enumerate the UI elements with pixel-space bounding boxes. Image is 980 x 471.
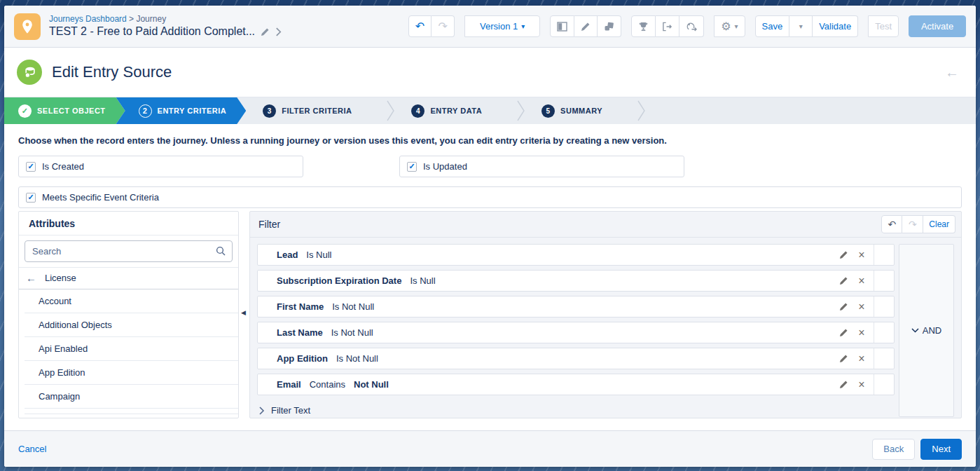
group-back-arrow-icon[interactable]: ← <box>26 272 36 284</box>
cancel-link[interactable]: Cancel <box>18 444 46 454</box>
attribute-item-api-enabled[interactable]: Api Enabled <box>25 337 238 361</box>
chevron-right-icon <box>258 407 265 415</box>
wizard-step-entry-criteria[interactable]: 2ENTRY CRITERIA <box>116 97 247 124</box>
chevron-down-icon <box>911 328 919 333</box>
remove-filter-close-icon[interactable]: × <box>853 374 871 395</box>
sync-exit-button[interactable] <box>679 15 704 37</box>
filter-undo-icon: ↶ <box>888 219 896 230</box>
version-dropdown[interactable]: Version 1 ▾ <box>464 15 540 37</box>
attribute-item-app-edition[interactable]: App Edition <box>25 361 238 385</box>
toggle-panel-button[interactable] <box>550 15 574 37</box>
wizard-step-filter-criteria[interactable]: 3FILTER CRITERIA <box>246 97 394 124</box>
edit-filter-pencil-icon[interactable] <box>834 322 853 343</box>
edit-title-pencil-icon[interactable] <box>261 27 270 36</box>
activate-button[interactable]: Activate <box>909 15 966 37</box>
filter-text-expander[interactable]: Filter Text <box>257 400 835 418</box>
filter-operator: Is Not Null <box>331 327 373 338</box>
copy-journey-button[interactable] <box>598 15 621 37</box>
back-button[interactable]: Back <box>872 439 915 460</box>
sync-exit-icon <box>686 22 697 32</box>
filter-field: Lead <box>277 250 298 260</box>
filter-field: App Edition <box>277 353 328 364</box>
edit-filter-pencil-icon[interactable] <box>834 296 853 317</box>
step-label: ENTRY CRITERIA <box>158 107 227 115</box>
is-updated-checkbox[interactable]: ✓ <box>407 162 417 172</box>
edit-filter-pencil-icon[interactable] <box>834 348 853 369</box>
criteria-builder: ◀ Attributes ← License AccountAdditional… <box>18 211 962 418</box>
wizard-step-summary[interactable]: 5SUMMARY <box>525 97 645 124</box>
settings-dropdown[interactable]: ⚙ ▾ <box>714 15 745 37</box>
edit-journey-button[interactable] <box>574 15 598 37</box>
search-input[interactable] <box>25 240 233 262</box>
step-label: FILTER CRITERIA <box>282 107 352 115</box>
undo-button[interactable]: ↶ <box>408 15 432 37</box>
attributes-title: Attributes <box>19 212 238 235</box>
validate-button[interactable]: Validate <box>813 15 858 37</box>
remove-filter-close-icon[interactable]: × <box>853 348 871 369</box>
remove-filter-close-icon[interactable]: × <box>853 322 871 343</box>
filter-operator: Is Null <box>410 275 435 286</box>
next-button[interactable]: Next <box>920 439 962 460</box>
edit-filter-pencil-icon[interactable] <box>834 374 853 395</box>
is-created-checkbox[interactable]: ✓ <box>26 162 36 172</box>
collapse-panel-handle[interactable]: ◀ <box>241 309 246 316</box>
filter-row-first-name: First NameIs Not Null× <box>257 296 895 318</box>
version-caret-icon: ▾ <box>521 23 525 30</box>
row-drag-area[interactable] <box>874 348 894 369</box>
filter-field: Subscription Expiration Date <box>277 275 401 286</box>
trophy-icon <box>638 22 649 32</box>
filter-row-actions: × <box>834 271 894 291</box>
meets-criteria-checkbox[interactable]: ✓ <box>26 193 36 203</box>
step-number: 3 <box>263 104 276 118</box>
filter-operator: Contains <box>310 379 345 390</box>
save-button[interactable]: Save <box>755 15 790 37</box>
row-drag-area[interactable] <box>874 374 894 395</box>
attributes-list: AccountAdditional ObjectsApi EnabledApp … <box>19 289 238 414</box>
attribute-item-account[interactable]: Account <box>25 289 238 313</box>
group-label: License <box>45 273 76 283</box>
wizard-step-select-object[interactable]: ✓SELECT OBJECT <box>4 97 125 124</box>
attribute-item-campaign[interactable]: Campaign <box>25 385 238 409</box>
edit-filter-pencil-icon[interactable] <box>834 245 853 265</box>
redo-button[interactable]: ↷ <box>432 15 455 37</box>
filter-rows: LeadIs Null×Subscription Expiration Date… <box>257 244 895 418</box>
settings-caret-icon: ▾ <box>734 23 738 30</box>
row-drag-area[interactable] <box>874 322 894 343</box>
breadcrumb-journeys-dashboard-link[interactable]: Journeys Dashboard <box>49 14 127 24</box>
save-dropdown-button[interactable]: ▾ <box>789 15 813 37</box>
breadcrumb: Journeys Dashboard > Journey TEST 2 - Fr… <box>49 14 282 39</box>
filter-field: Email <box>277 379 301 390</box>
row-drag-area[interactable] <box>874 271 894 291</box>
filter-row-actions: × <box>834 296 894 317</box>
remove-filter-close-icon[interactable]: × <box>853 271 871 291</box>
row-drag-area[interactable] <box>874 245 894 265</box>
test-button[interactable]: Test <box>868 15 899 37</box>
filter-undo-button[interactable]: ↶ <box>881 215 902 233</box>
wizard-step-entry-data[interactable]: 4ENTRY DATA <box>394 97 525 124</box>
meets-criteria-option: ✓ Meets Specific Event Criteria <box>18 186 962 208</box>
copy-icon <box>604 22 614 32</box>
row-drag-area[interactable] <box>874 296 894 317</box>
goal-button[interactable] <box>631 15 656 37</box>
edit-filter-pencil-icon[interactable] <box>834 271 853 291</box>
description-text: Choose when the record enters the journe… <box>18 135 962 146</box>
remove-filter-close-icon[interactable]: × <box>853 296 871 317</box>
attribute-item-additional-objects[interactable]: Additional Objects <box>25 313 238 337</box>
remove-filter-close-icon[interactable]: × <box>853 245 871 265</box>
filter-redo-button[interactable]: ↷ <box>902 215 923 233</box>
filter-field: Last Name <box>277 327 323 338</box>
filter-body: LeadIs Null×Subscription Expiration Date… <box>250 238 961 418</box>
filter-row-actions: × <box>834 348 894 369</box>
journey-toolbar: ↶ ↷ Version 1 ▾ <box>408 15 966 37</box>
exit-criteria-button[interactable] <box>656 15 679 37</box>
entry-criteria-content: Choose when the record enters the journe… <box>4 124 976 430</box>
journey-location-icon <box>14 13 41 40</box>
filter-clear-button[interactable]: Clear <box>923 215 955 233</box>
filter-row-lead: LeadIs Null× <box>257 244 895 266</box>
step-separator-chevron <box>637 100 645 121</box>
exit-arrow-icon <box>662 22 672 32</box>
title-chevron-right-icon[interactable] <box>275 27 282 36</box>
back-nav-arrow-icon[interactable]: ← <box>945 64 959 81</box>
conjunction-dropdown[interactable]: AND <box>899 244 954 417</box>
step-number: 4 <box>411 104 425 118</box>
